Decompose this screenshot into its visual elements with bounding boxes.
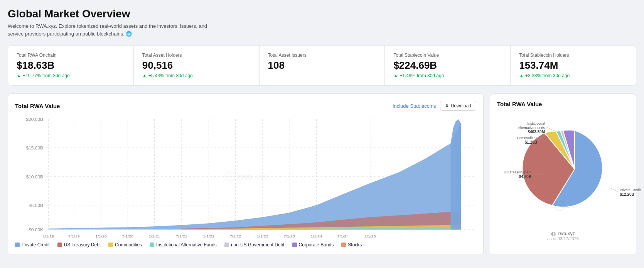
area-chart-card: Total RWA Value Include Stablecoins ⬇ Do… <box>8 93 484 255</box>
legend-stocks: Stocks <box>341 242 362 248</box>
pie-chart-svg: Institutional Alternative Funds $403.30M… <box>497 111 629 227</box>
stat-card-3: Total Stablecoin Value $224.69B ▲ +1.49%… <box>385 46 511 85</box>
stat-change: ▲ +5.43% from 30d ago <box>142 73 251 78</box>
legend-dot <box>224 243 229 247</box>
rwa-watermark-footer: rwa.xyz as of 03/17/2025 <box>497 231 629 241</box>
stat-value: $18.63B <box>17 59 125 71</box>
svg-text:$4.60B: $4.60B <box>519 175 531 179</box>
legend-us-treasury: US Treasury Debt <box>57 242 101 248</box>
legend-label: Stocks <box>348 242 362 248</box>
area-chart-container: rwa.xyz .grid-line{stroke:#ddd;stroke-da… <box>15 115 476 238</box>
arrow-up-icon: ▲ <box>17 73 21 78</box>
stat-label: Total Stablecoin Value <box>393 53 502 58</box>
svg-text:US Treasury Debt: US Treasury Debt <box>504 170 531 174</box>
svg-text:1/1/23: 1/1/23 <box>257 234 268 238</box>
legend-label: Commodities <box>115 242 142 248</box>
legend-label: Institutional Alternative Funds <box>156 242 217 248</box>
svg-text:Private Credit: Private Credit <box>620 188 641 192</box>
legend-private-credit: Private Credit <box>15 242 50 248</box>
stat-change: ▲ +1.49% from 30d ago <box>393 73 502 78</box>
legend-label: non-US Government Debt <box>231 242 285 248</box>
svg-text:7/1/20: 7/1/20 <box>122 234 134 238</box>
svg-text:$0.00K: $0.00K <box>29 227 43 232</box>
svg-text:7/1/24: 7/1/24 <box>337 234 349 238</box>
private-credit-area <box>48 124 461 229</box>
svg-text:$20.00B: $20.00B <box>26 117 44 122</box>
legend-label: US Treasury Debt <box>64 242 101 248</box>
download-label: Download <box>451 103 471 109</box>
legend-dot <box>15 243 20 247</box>
svg-text:$403.30M: $403.30M <box>528 130 545 134</box>
pie-chart-card: Total RWA Value <box>490 93 636 255</box>
legend-commodities: Commodities <box>108 242 142 248</box>
stats-row: Total RWA Onchain $18.63B ▲ +19.77% from… <box>8 45 636 86</box>
legend-dot <box>150 243 154 247</box>
area-chart-title: Total RWA Value <box>15 103 60 109</box>
legend-dot <box>57 243 62 247</box>
page-subtitle: Welcome to RWA.xyz. Explore tokenized re… <box>8 22 208 37</box>
svg-text:1/1/25: 1/1/25 <box>364 234 376 238</box>
legend-corporate: Corporate Bonds <box>292 242 334 248</box>
legend-label: Corporate Bonds <box>299 242 334 248</box>
rwa-brand: rwa.xyz <box>497 231 629 236</box>
pie-chart-title: Total RWA Value <box>497 101 542 107</box>
chart-legend: Private Credit US Treasury Debt Commodit… <box>15 242 476 248</box>
legend-dot <box>341 243 346 247</box>
rwa-date: as of 03/17/2025 <box>497 236 629 241</box>
stat-label: Total RWA Onchain <box>17 53 125 58</box>
legend-dot <box>108 243 113 247</box>
svg-text:1/1/19: 1/1/19 <box>43 234 54 238</box>
include-stablecoins-link[interactable]: Include Stablecoins <box>393 103 436 109</box>
stat-label: Total Asset Issuers <box>268 53 376 58</box>
svg-text:7/1/22: 7/1/22 <box>230 234 241 238</box>
svg-text:1/1/22: 1/1/22 <box>203 234 215 238</box>
stat-label: Total Asset Holders <box>142 53 251 58</box>
stat-value: 108 <box>268 59 376 71</box>
svg-text:$1.20B: $1.20B <box>525 140 537 144</box>
stat-value: 153.74M <box>519 59 627 71</box>
svg-text:7/1/23: 7/1/23 <box>283 234 295 238</box>
svg-text:1/1/24: 1/1/24 <box>311 234 322 238</box>
stat-card-0: Total RWA Onchain $18.63B ▲ +19.77% from… <box>8 46 134 85</box>
pie-chart-header: Total RWA Value <box>497 101 629 107</box>
svg-text:7/1/19: 7/1/19 <box>68 234 80 238</box>
stat-change: ▲ +19.77% from 30d ago <box>17 73 125 78</box>
svg-line-52 <box>611 188 619 192</box>
svg-text:Alternative Funds: Alternative Funds <box>518 126 545 130</box>
svg-text:$10.00B: $10.00B <box>26 175 44 179</box>
download-icon: ⬇ <box>445 103 449 109</box>
stat-value: $224.69B <box>393 59 502 71</box>
arrow-up-icon: ▲ <box>519 73 524 78</box>
stat-change: ▲ +3.38% from 30d ago <box>519 73 627 78</box>
pie-wrapper: Institutional Alternative Funds $403.30M… <box>497 111 629 227</box>
page-header: Global Market Overview Welcome to RWA.xy… <box>8 8 636 37</box>
stat-card-4: Total Stablecoin Holders 153.74M ▲ +3.38… <box>511 46 636 85</box>
page-title: Global Market Overview <box>8 8 636 20</box>
chart-controls: Include Stablecoins ⬇ Download <box>393 101 476 111</box>
arrow-up-icon: ▲ <box>393 73 398 78</box>
svg-text:7/1/21: 7/1/21 <box>176 234 187 238</box>
svg-text:rwa.xyz: rwa.xyz <box>561 204 576 209</box>
legend-dot <box>292 243 297 247</box>
legend-inst-alt: Institutional Alternative Funds <box>150 242 217 248</box>
stat-card-1: Total Asset Holders 90,516 ▲ +5.43% from… <box>134 46 260 85</box>
area-chart-svg: .grid-line{stroke:#ddd;stroke-dasharray:… <box>15 115 476 238</box>
svg-text:1/1/21: 1/1/21 <box>149 234 160 238</box>
charts-row: Total RWA Value Include Stablecoins ⬇ Do… <box>8 93 636 255</box>
legend-non-us: non-US Government Debt <box>224 242 285 248</box>
svg-text:1/1/20: 1/1/20 <box>95 234 107 238</box>
svg-text:$12.20B: $12.20B <box>620 192 634 197</box>
stat-card-2: Total Asset Issuers 108 <box>260 46 385 85</box>
svg-text:Institutional: Institutional <box>527 122 545 126</box>
svg-text:$5.00B: $5.00B <box>29 204 43 208</box>
stat-value: 90,516 <box>142 59 251 71</box>
download-button[interactable]: ⬇ Download <box>440 101 476 111</box>
stat-label: Total Stablecoin Holders <box>519 53 627 58</box>
svg-text:$15.00B: $15.00B <box>26 146 44 150</box>
legend-label: Private Credit <box>22 242 50 248</box>
private-credit-spike <box>451 119 461 229</box>
svg-text:Commodities: Commodities <box>517 136 537 140</box>
arrow-up-icon: ▲ <box>142 73 147 78</box>
area-chart-header: Total RWA Value Include Stablecoins ⬇ Do… <box>15 101 476 111</box>
